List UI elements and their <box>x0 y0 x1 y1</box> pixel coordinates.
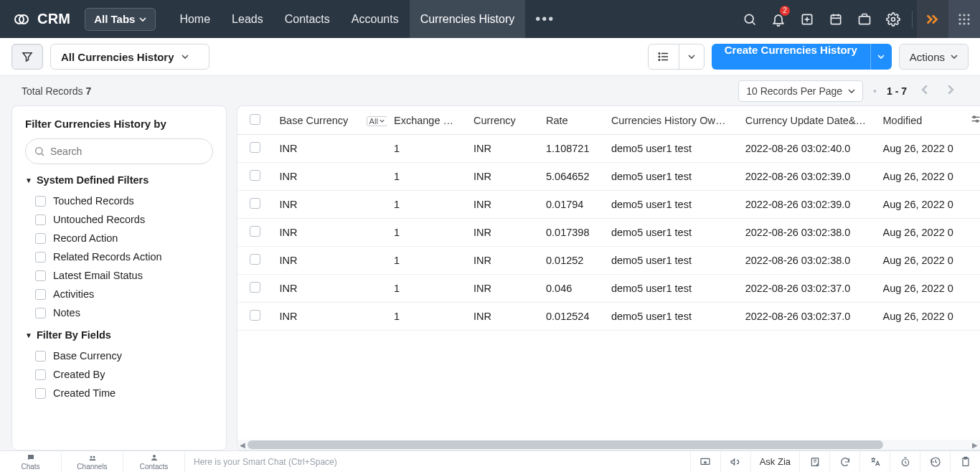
filter-field-base-currency[interactable]: Base Currency <box>25 346 213 365</box>
cell-rate: 0.017398 <box>539 219 604 247</box>
table-row[interactable]: INR1INR5.064652demo5 user1 test2022-08-2… <box>237 163 980 191</box>
apps-grid-icon[interactable] <box>948 0 980 38</box>
nav-link-accounts[interactable]: Accounts <box>341 0 410 38</box>
row-checkbox[interactable] <box>250 254 260 265</box>
row-checkbox[interactable] <box>250 310 260 321</box>
filter-field-created-by[interactable]: Created By <box>25 365 213 384</box>
records-per-page-dropdown[interactable]: 10 Records Per Page <box>738 80 863 102</box>
cell-base-currency: INR <box>272 275 359 303</box>
checkbox[interactable] <box>35 196 46 207</box>
checkbox[interactable] <box>35 351 46 362</box>
checkbox[interactable] <box>35 308 46 318</box>
checkbox[interactable] <box>35 214 46 225</box>
notifications-icon[interactable]: 2 <box>764 0 793 38</box>
filter-field-created-time[interactable]: Created Time <box>25 384 213 402</box>
filter-toggle-button[interactable] <box>11 44 43 70</box>
svg-point-32 <box>973 116 975 118</box>
column-exchange-rate[interactable]: Exchange R… <box>387 106 466 135</box>
pagination-next-button[interactable] <box>943 82 958 100</box>
ask-zia-button[interactable]: Ask Zia <box>750 451 799 472</box>
nav-link-currencies-history[interactable]: Currencies History <box>410 0 526 38</box>
filter-search-input[interactable] <box>25 138 213 164</box>
caret-down-icon: ▼ <box>25 331 32 339</box>
filter-system-activities[interactable]: Activities <box>25 285 213 303</box>
table-row[interactable]: INR1INR0.046demo5 user1 test2022-08-26 0… <box>237 275 980 303</box>
create-record-button[interactable]: Create Currencies History <box>712 44 870 70</box>
table-row[interactable]: INR1INR0.017398demo5 user1 test2022-08-2… <box>237 219 980 247</box>
table-row[interactable]: INR1INR1.108721demo5 user1 test2022-08-2… <box>237 135 980 163</box>
add-icon[interactable] <box>793 0 821 38</box>
cell-exchange: 1 <box>387 219 466 247</box>
app-launcher-orange-icon[interactable] <box>917 0 948 38</box>
nav-link-home[interactable]: Home <box>169 0 221 38</box>
clipboard-icon[interactable] <box>950 451 980 472</box>
filter-system-related-records-action[interactable]: Related Records Action <box>25 247 213 266</box>
svg-point-35 <box>93 456 95 458</box>
row-checkbox[interactable] <box>250 226 260 237</box>
filter-system-notes[interactable]: Notes <box>25 303 213 322</box>
row-checkbox[interactable] <box>250 198 260 209</box>
pagination-prev-button[interactable] <box>917 82 933 100</box>
scroll-thumb[interactable] <box>248 440 883 449</box>
column-modified[interactable]: Modified <box>876 106 963 135</box>
checkbox[interactable] <box>35 369 46 380</box>
history-icon[interactable] <box>920 451 950 472</box>
filter-system-latest-email-status[interactable]: Latest Email Status <box>25 266 213 285</box>
column-filter-pill[interactable]: All <box>367 116 387 126</box>
row-checkbox[interactable] <box>250 282 260 293</box>
nav-link-contacts[interactable]: Contacts <box>274 0 341 38</box>
briefcase-icon[interactable] <box>850 0 879 38</box>
table-row[interactable]: INR1INR0.01252demo5 user1 test2022-08-26… <box>237 247 980 275</box>
cell-update-date: 2022-08-26 03:02:39.0 <box>738 191 876 219</box>
actions-dropdown[interactable]: Actions <box>899 44 969 70</box>
announce-icon[interactable] <box>720 451 750 472</box>
column-owner[interactable]: Currencies History Ow… <box>604 106 738 135</box>
checkbox[interactable] <box>35 233 46 244</box>
bottom-tab-channels[interactable]: Channels <box>62 451 123 472</box>
checkbox[interactable] <box>35 252 46 263</box>
create-record-dropdown[interactable] <box>870 44 892 70</box>
checkbox[interactable] <box>35 289 46 300</box>
row-checkbox[interactable] <box>250 170 260 181</box>
brand[interactable]: CRM <box>0 11 80 28</box>
column-currency[interactable]: Currency <box>466 106 539 135</box>
bottom-tab-chats[interactable]: Chats <box>0 451 62 472</box>
screen-share-icon[interactable] <box>690 451 720 472</box>
column-base-currency[interactable]: Base Currency <box>272 106 359 135</box>
settings-icon[interactable] <box>879 0 908 38</box>
filter-group-by-fields[interactable]: ▼Filter By Fields <box>25 329 213 341</box>
row-checkbox[interactable] <box>250 142 260 153</box>
list-view-icon[interactable] <box>649 44 679 69</box>
smart-chat-hint[interactable]: Here is your Smart Chat (Ctrl+Space) <box>185 451 400 472</box>
table-row[interactable]: INR1INR0.01794demo5 user1 test2022-08-26… <box>237 191 980 219</box>
column-settings-button[interactable] <box>963 106 980 135</box>
column-update-date[interactable]: Currency Update Date&T… <box>738 106 876 135</box>
sync-icon[interactable] <box>829 451 859 472</box>
horizontal-scrollbar[interactable]: ◀ ▶ <box>237 440 980 450</box>
select-all-checkbox[interactable] <box>250 114 260 125</box>
current-view-dropdown[interactable]: All Currencies History <box>50 44 209 70</box>
table-row[interactable]: INR1INR0.012524demo5 user1 test2022-08-2… <box>237 303 980 331</box>
scroll-track[interactable] <box>248 440 970 449</box>
scroll-left-icon[interactable]: ◀ <box>237 441 248 449</box>
all-tabs-button[interactable]: All Tabs <box>85 8 156 31</box>
scroll-right-icon[interactable]: ▶ <box>970 441 980 449</box>
svg-point-34 <box>90 456 92 458</box>
clock-icon[interactable] <box>890 451 920 472</box>
nav-more-button[interactable]: ••• <box>525 11 565 27</box>
filter-group-system-defined[interactable]: ▼System Defined Filters <box>25 174 213 186</box>
nav-link-leads[interactable]: Leads <box>221 0 274 38</box>
column-rate[interactable]: Rate <box>539 106 604 135</box>
search-icon[interactable] <box>735 0 764 38</box>
checkbox[interactable] <box>35 388 46 399</box>
checkbox[interactable] <box>35 270 46 281</box>
translate-icon[interactable] <box>859 451 890 472</box>
table-view-switcher[interactable] <box>648 44 705 70</box>
note-icon[interactable] <box>799 451 829 472</box>
filter-system-untouched-records[interactable]: Untouched Records <box>25 210 213 229</box>
filter-system-touched-records[interactable]: Touched Records <box>25 192 213 210</box>
calendar-icon[interactable] <box>821 0 850 38</box>
view-switcher-caret[interactable] <box>679 44 704 69</box>
bottom-tab-contacts[interactable]: Contacts <box>123 451 185 472</box>
filter-system-record-action[interactable]: Record Action <box>25 229 213 247</box>
